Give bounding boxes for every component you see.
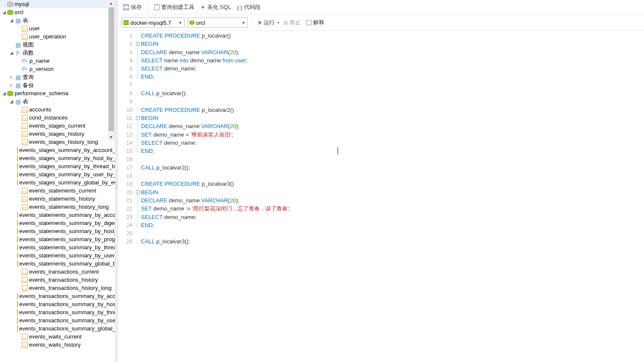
table-accounts[interactable]: accounts <box>0 105 115 114</box>
connection-combo[interactable]: docker-mysql5.7 ▼ <box>121 18 185 28</box>
expand-icon[interactable] <box>16 67 21 71</box>
expand-icon[interactable]: ◢ <box>9 99 14 104</box>
folder-tables[interactable]: ◢表 <box>0 16 115 24</box>
code-line[interactable]: DECLARE demo_name VARCHAR(20); <box>141 48 644 56</box>
stop-button[interactable]: 停止 <box>282 18 302 27</box>
table-events_stages_summary_by_account_by_event_name[interactable]: events_stages_summary_by_account_by_even… <box>0 146 115 154</box>
sql-editor[interactable]: 1234567891011121314151617181920212223242… <box>118 31 644 362</box>
table-events_stages_current[interactable]: events_stages_current <box>0 122 115 130</box>
beautify-button[interactable]: ✦ 美化 SQL <box>199 3 233 12</box>
folder-views[interactable]: 视图 <box>0 41 115 49</box>
expand-icon[interactable]: ▷ <box>9 83 14 88</box>
expand-icon[interactable] <box>16 277 21 282</box>
table-events_statements_current[interactable]: events_statements_current <box>0 187 115 195</box>
code-line[interactable]: BEGIN <box>141 40 644 48</box>
code-line[interactable]: CREATE PROCEDURE p_localvar3() <box>141 180 644 188</box>
code-line[interactable]: END; <box>141 221 644 229</box>
expand-icon[interactable] <box>16 58 21 63</box>
fold-toggle[interactable]: − <box>136 190 140 194</box>
scrollbar-thumb[interactable] <box>109 7 114 131</box>
expand-icon[interactable] <box>16 269 21 274</box>
code-line[interactable]: CALL p_localvar(); <box>141 89 644 97</box>
fold-toggle[interactable]: − <box>136 116 140 120</box>
save-button[interactable]: 保存 <box>121 3 144 12</box>
table-events_stages_summary_global_by_event_name[interactable]: events_stages_summary_global_by_event_na… <box>0 178 115 187</box>
table-events_transactions_summary_by_thread_by_event_name[interactable]: events_transactions_summary_by_thread_by… <box>0 308 115 316</box>
database-combo[interactable]: orcl ▼ <box>187 18 248 28</box>
table-events_transactions_history[interactable]: events_transactions_history <box>0 276 115 284</box>
expand-icon[interactable] <box>16 334 21 339</box>
code-line[interactable]: CREATE PROCEDURE p_localvar() <box>141 32 644 40</box>
table-events_statements_summary_by_program[interactable]: events_statements_summary_by_program <box>0 235 115 243</box>
expand-icon[interactable] <box>16 123 21 128</box>
folder-tables-perf[interactable]: ◢表 <box>0 97 115 105</box>
table-events_statements_summary_by_account_by_event_name[interactable]: events_statements_summary_by_account_by_… <box>0 211 115 219</box>
table-events_statements_summary_global_by_event_name[interactable]: events_statements_summary_global_by_even… <box>0 260 115 268</box>
expand-icon[interactable] <box>2 2 6 6</box>
expand-icon[interactable] <box>16 286 21 290</box>
folder-query[interactable]: ▷查询 <box>0 73 115 81</box>
expand-icon[interactable]: ◢ <box>9 18 14 23</box>
code-line[interactable]: CALL p_localvar2(); <box>141 163 644 172</box>
db-orcl[interactable]: ◢orcl <box>0 8 115 16</box>
func-p_name[interactable]: Pxp_name <box>0 57 115 65</box>
run-button[interactable]: 运行 <box>257 18 276 27</box>
expand-icon[interactable] <box>16 115 21 120</box>
table-events_transactions_summary_by_host_by_event_name[interactable]: events_transactions_summary_by_host_by_e… <box>0 300 115 308</box>
table-events_transactions_summary_global_by_event_name[interactable]: events_transactions_summary_global_by_ev… <box>0 324 115 333</box>
db-performance-schema[interactable]: ◢performance_schema <box>0 89 115 97</box>
sidebar-scrollbar[interactable]: ▲ ▼ <box>108 0 115 141</box>
snippet-button[interactable]: ( ) 代码段 <box>235 3 262 12</box>
table-events_stages_history[interactable]: events_stages_history <box>0 130 115 138</box>
code-line[interactable] <box>141 97 644 105</box>
table-events_transactions_summary_by_user_by_event_name[interactable]: events_transactions_summary_by_user_by_e… <box>0 316 115 324</box>
table-events_statements_summary_by_digest[interactable]: events_statements_summary_by_digest <box>0 219 115 227</box>
expand-icon[interactable] <box>16 140 21 144</box>
table-events_statements_history[interactable]: events_statements_history <box>0 195 115 203</box>
expand-icon[interactable]: ◢ <box>9 50 14 55</box>
code-line[interactable]: DECLARE demo_name VARCHAR(20); <box>141 122 644 130</box>
code-line[interactable] <box>141 172 644 180</box>
code-line[interactable]: SELECT demo_name; <box>141 213 644 221</box>
table-events_stages_history_long[interactable]: events_stages_history_long <box>0 138 115 146</box>
expand-icon[interactable]: ◢ <box>2 10 6 15</box>
expand-icon[interactable] <box>16 188 21 193</box>
func-p_version[interactable]: Pxp_version <box>0 65 115 73</box>
code-line[interactable]: SET demo_name := '雨打梨花深闭门，忘了青春，误了青春'; <box>141 204 644 213</box>
code-line[interactable] <box>141 229 644 237</box>
code-line[interactable]: DECLARE demo_name VARCHAR(20); <box>141 196 644 204</box>
code-line[interactable]: CALL p_localvar3(); <box>141 237 644 245</box>
table-events_statements_summary_by_user_by_event_name[interactable]: events_statements_summary_by_user_by_eve… <box>0 251 115 260</box>
code-line[interactable]: SELECT demo_name; <box>141 64 644 73</box>
code-line[interactable]: SET demo_name = '尊前谈笑人依旧'; <box>141 131 644 139</box>
explain-button[interactable]: 解释 <box>305 18 326 27</box>
table-user[interactable]: user <box>0 24 115 32</box>
expand-icon[interactable] <box>16 34 21 39</box>
expand-icon[interactable] <box>16 196 21 201</box>
table-events_stages_summary_by_thread_by_event_name[interactable]: events_stages_summary_by_thread_by_event… <box>0 162 115 170</box>
code-line[interactable]: END; <box>141 73 644 81</box>
db-mysql[interactable]: mysql <box>0 0 115 8</box>
code-line[interactable] <box>141 81 644 89</box>
code-line[interactable]: BEGIN <box>141 114 644 122</box>
fold-toggle[interactable]: − <box>136 42 140 46</box>
folder-functions[interactable]: ◢函数 <box>0 49 115 57</box>
code-line[interactable]: CREATE PROCEDURE p_localvar2() <box>141 106 644 114</box>
expand-icon[interactable] <box>16 26 21 31</box>
code-line[interactable]: BEGIN <box>141 188 644 196</box>
expand-icon[interactable] <box>16 342 21 347</box>
table-events_transactions_history_long[interactable]: events_transactions_history_long <box>0 284 115 292</box>
code-area[interactable]: CREATE PROCEDURE p_localvar()BEGINDECLAR… <box>141 32 644 362</box>
expand-icon[interactable] <box>16 131 21 136</box>
expand-icon[interactable]: ◢ <box>2 91 6 96</box>
code-line[interactable]: END; <box>141 147 644 155</box>
table-events_waits_current[interactable]: events_waits_current <box>0 333 115 341</box>
table-events_transactions_current[interactable]: events_transactions_current <box>0 268 115 276</box>
code-line[interactable]: SELECT demo_name; <box>141 139 644 147</box>
code-line[interactable]: SELECT name into demo_name from user; <box>141 56 644 64</box>
table-events_waits_history[interactable]: events_waits_history <box>0 341 115 349</box>
table-events_statements_summary_by_host_by_event_name[interactable]: events_statements_summary_by_host_by_eve… <box>0 227 115 235</box>
table-events_stages_summary_by_host_by_event_name[interactable]: events_stages_summary_by_host_by_event_n… <box>0 154 115 162</box>
expand-icon[interactable] <box>16 204 21 209</box>
table-events_stages_summary_by_user_by_event_name[interactable]: events_stages_summary_by_user_by_event_n… <box>0 170 115 178</box>
